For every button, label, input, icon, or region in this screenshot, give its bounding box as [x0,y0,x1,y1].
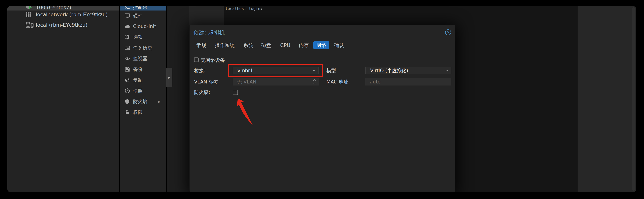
gear-icon [124,34,130,40]
shield-icon [124,99,130,104]
firewall-checkbox[interactable] [233,90,238,95]
annotation-arrow [232,97,262,128]
proxmox-screen: 100 (Centos7) localnetwork (rbm-EYc9tkzu… [0,0,644,199]
tree-item-vm-100[interactable]: 100 (Centos7) [8,6,120,10]
caret-right-icon: ▶ [168,76,170,79]
network-grid-icon [26,11,35,17]
vlan-tag-input[interactable] [233,78,319,85]
history-icon [124,88,130,94]
create-vm-dialog: 创建: 虚拟机 常规 操作系统 系统 磁盘 CPU 内存 网络 确认 无网络设备… [189,25,455,192]
bridge-value: vmbr1 [238,68,253,73]
menu-item-snapshot[interactable]: 快照 [120,87,166,95]
monitor-icon [124,13,130,19]
menu-item-options[interactable]: 选项 [120,33,166,41]
tab-confirm[interactable]: 确认 [334,41,344,49]
tree-item-local-storage[interactable]: local (rbm-EYc9tkzu) [8,21,120,28]
menu-item-console[interactable]: 控制台 [120,6,166,10]
unlock-icon [124,109,130,115]
no-network-device-label: 无网络设备 [201,57,225,64]
menu-item-permissions[interactable]: 权限 [120,109,166,116]
eye-icon [124,56,130,61]
vlan-tag-label: VLAN 标签: [194,79,220,85]
tab-network[interactable]: 网络 [313,41,329,49]
close-icon [445,29,451,35]
menu-item-backup[interactable]: 备份 [120,66,166,73]
menu-item-cloud-init[interactable]: Cloud-Init [120,23,166,30]
vm-menu-panel: 控制台 硬件 Cloud-Init [120,6,166,192]
menu-item-firewall[interactable]: 防火墙 ▶ [120,98,166,105]
tree-item-label: 100 (Centos7) [36,6,71,10]
cloud-icon [124,23,130,29]
scrollbar[interactable] [632,7,635,191]
model-select[interactable]: VirtIO (半虚拟化) [365,67,451,74]
menu-item-replication[interactable]: 复制 [120,76,166,84]
tab-system[interactable]: 系统 [244,41,253,49]
menu-item-monitor[interactable]: 监视器 [120,55,166,62]
vm-running-icon [26,6,35,10]
mac-address-label: MAC 地址: [326,79,350,85]
bridge-select[interactable]: vmbr1 [233,67,319,74]
dialog-close-button[interactable] [445,29,451,35]
chevron-down-icon [445,69,448,72]
collapse-panel-button[interactable]: ▶ [166,68,172,87]
terminal-prompt: localhost login: [225,6,262,11]
tab-general[interactable]: 常规 [196,41,206,49]
tabbar-separator [190,51,455,51]
splitter-strip [167,6,189,192]
submenu-caret-icon: ▶ [158,100,160,104]
model-label: 模型: [326,67,338,74]
save-icon [124,66,130,72]
tree-item-label: local (rbm-EYc9tkzu) [36,22,88,28]
chevron-down-icon [312,69,316,72]
right-panel [578,6,636,192]
tab-os[interactable]: 操作系统 [215,41,235,49]
tab-disks[interactable]: 磁盘 [261,41,271,49]
tree-item-localnetwork[interactable]: localnetwork (rbm-EYc9tkzu) [8,11,120,18]
dialog-title: 创建: 虚拟机 [194,29,225,36]
retweet-icon [124,77,130,83]
menu-item-hardware[interactable]: 硬件 [120,12,166,19]
mac-address-input[interactable] [365,78,451,85]
no-network-device-checkbox[interactable] [194,57,198,62]
tab-cpu[interactable]: CPU [280,41,290,49]
tree-item-label: localnetwork (rbm-EYc9tkzu) [36,11,108,17]
model-value: VirtIO (半虚拟化) [370,68,408,73]
tab-memory[interactable]: 内存 [299,41,309,49]
terminal-icon [124,6,130,10]
bridge-label: 桥接: [194,67,206,74]
storage-icon [26,22,35,28]
menu-item-task-history[interactable]: 任务历史 [120,44,166,52]
task-list-icon [124,45,130,51]
resource-tree-panel: 100 (Centos7) localnetwork (rbm-EYc9tkzu… [8,6,120,192]
firewall-label: 防火墙: [194,89,210,96]
